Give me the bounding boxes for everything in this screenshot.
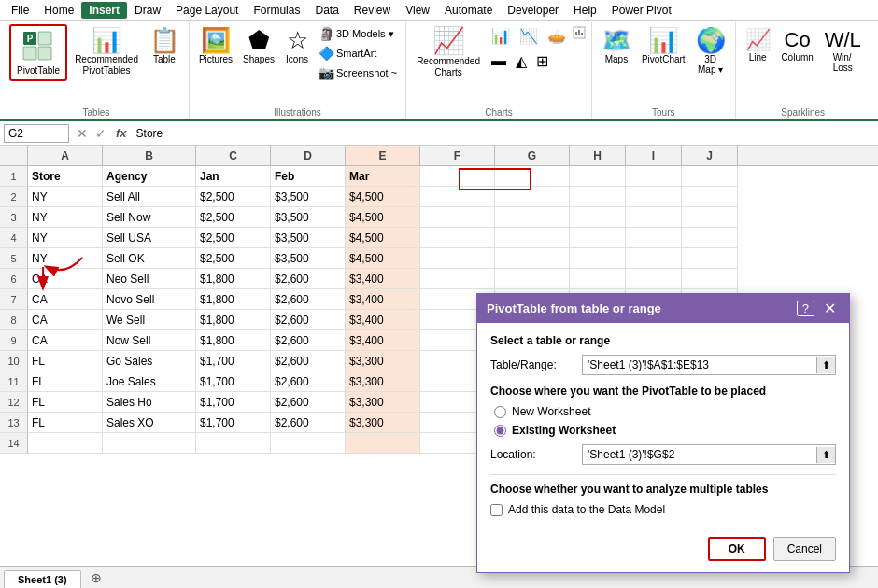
cell-b13[interactable]: Sales XO — [103, 413, 196, 433]
cell-j2[interactable] — [682, 187, 738, 207]
cell-a7[interactable]: CA — [28, 289, 103, 310]
dialog-close-button[interactable]: ✕ — [820, 300, 840, 317]
cell-a9[interactable]: CA — [28, 330, 103, 351]
cell-h3[interactable] — [570, 207, 626, 228]
pivot-table-button[interactable]: P PivotTable — [9, 24, 67, 81]
smartart-button[interactable]: 🔷 SmartArt — [316, 44, 400, 63]
menu-review[interactable]: Review — [347, 2, 398, 19]
cell-b1[interactable]: Agency — [103, 166, 196, 187]
cell-a4[interactable]: NY — [28, 228, 103, 248]
cell-e10[interactable]: $3,300 — [346, 351, 420, 371]
menu-view[interactable]: View — [398, 2, 437, 19]
pie-chart-button[interactable]: 🥧 — [544, 24, 570, 48]
cell-h5[interactable] — [570, 248, 626, 269]
col-header-e[interactable]: E — [346, 146, 420, 165]
cell-j3[interactable] — [682, 207, 738, 228]
cell-d12[interactable]: $2,600 — [271, 392, 346, 413]
cell-b3[interactable]: Sell Now — [103, 207, 196, 228]
cell-f6[interactable] — [420, 269, 495, 289]
cell-c8[interactable]: $1,800 — [196, 310, 271, 330]
more-charts-button[interactable]: ⊞ — [532, 49, 552, 73]
dialog-ok-button[interactable]: OK — [708, 537, 766, 561]
dialog-cancel-button[interactable]: Cancel — [773, 537, 836, 561]
add-sheet-button[interactable]: ⊕ — [83, 567, 109, 588]
menu-draw[interactable]: Draw — [127, 2, 168, 19]
formula-divider-cancel[interactable]: ✕ — [73, 126, 92, 141]
cell-c13[interactable]: $1,700 — [196, 413, 271, 433]
cell-g2[interactable] — [495, 187, 570, 207]
col-header-c[interactable]: C — [196, 146, 271, 165]
cell-c7[interactable]: $1,800 — [196, 289, 271, 310]
cell-h6[interactable] — [570, 269, 626, 289]
cell-a10[interactable]: FL — [28, 351, 103, 371]
dialog-tablerange-input[interactable] — [583, 356, 816, 374]
3d-models-button[interactable]: 🗿 3D Models ▾ — [316, 24, 400, 43]
formula-divider-confirm[interactable]: ✓ — [92, 126, 110, 141]
cell-h2[interactable] — [570, 187, 626, 207]
menu-data[interactable]: Data — [307, 2, 346, 19]
cell-j5[interactable] — [682, 248, 738, 269]
cell-b9[interactable]: Now Sell — [103, 330, 196, 351]
col-sparkline-button[interactable]: Co Column — [777, 24, 818, 66]
cell-c1[interactable]: Jan — [196, 166, 271, 187]
cell-d8[interactable]: $2,600 — [271, 310, 346, 330]
icons-button[interactable]: ☆ Icons — [281, 24, 313, 68]
dialog-tablerange-expand-button[interactable]: ⬆ — [816, 357, 835, 373]
cell-b11[interactable]: Joe Sales — [103, 371, 196, 392]
cell-c11[interactable]: $1,700 — [196, 371, 271, 392]
shapes-button[interactable]: ⬟ Shapes — [239, 24, 278, 68]
cell-e13[interactable]: $3,300 — [346, 413, 420, 433]
cell-e4[interactable]: $4,500 — [346, 228, 420, 248]
cell-j6[interactable] — [682, 269, 738, 289]
charts-expand-icon[interactable] — [573, 26, 586, 39]
3d-map-button[interactable]: 🌍 3DMap ▾ — [692, 24, 729, 78]
cell-b12[interactable]: Sales Ho — [103, 392, 196, 413]
cell-d11[interactable]: $2,600 — [271, 371, 346, 392]
cell-d3[interactable]: $3,500 — [271, 207, 346, 228]
column-chart-button[interactable]: 📊 — [488, 24, 514, 48]
col-header-j[interactable]: J — [682, 146, 738, 165]
cell-d10[interactable]: $2,600 — [271, 351, 346, 371]
cell-a1[interactable]: Store — [28, 166, 103, 187]
cell-i5[interactable] — [626, 248, 682, 269]
pivottable-dialog[interactable]: PivotTable from table or range ? ✕ Selec… — [476, 293, 850, 573]
cell-c3[interactable]: $2,500 — [196, 207, 271, 228]
cell-c9[interactable]: $1,800 — [196, 330, 271, 351]
area-chart-button[interactable]: ◭ — [512, 49, 531, 73]
maps-button[interactable]: 🗺️ Maps — [598, 24, 635, 68]
sheet-tab-1[interactable]: Sheet1 (3) — [4, 570, 81, 588]
cell-f5[interactable] — [420, 248, 495, 269]
menu-home[interactable]: Home — [36, 2, 81, 19]
cell-e2[interactable]: $4,500 — [346, 187, 420, 207]
cell-b5[interactable]: Sell OK — [103, 248, 196, 269]
cell-b2[interactable]: Sell All — [103, 187, 196, 207]
cell-d4[interactable]: $3,500 — [271, 228, 346, 248]
cell-b8[interactable]: We Sell — [103, 310, 196, 330]
cell-c5[interactable]: $2,500 — [196, 248, 271, 269]
cell-a12[interactable]: FL — [28, 392, 103, 413]
cell-f2[interactable] — [420, 187, 495, 207]
pivotchart-button[interactable]: 📊 PivotChart — [638, 24, 689, 68]
formula-input[interactable] — [133, 125, 874, 142]
cell-e7[interactable]: $3,400 — [346, 289, 420, 310]
cell-e5[interactable]: $4,500 — [346, 248, 420, 269]
dialog-add-to-model-label[interactable]: Add this data to the Data Model — [490, 503, 836, 516]
menu-formulas[interactable]: Formulas — [246, 2, 307, 19]
cell-f1[interactable] — [420, 166, 495, 187]
cell-e12[interactable]: $3,300 — [346, 392, 420, 413]
dialog-help-button[interactable]: ? — [797, 301, 814, 316]
dialog-location-input[interactable] — [583, 445, 816, 464]
cell-b10[interactable]: Go Sales — [103, 351, 196, 371]
cell-i1[interactable] — [626, 166, 682, 187]
menu-automate[interactable]: Automate — [437, 2, 500, 19]
cell-b4[interactable]: Sell USA — [103, 228, 196, 248]
cell-e11[interactable]: $3,300 — [346, 371, 420, 392]
cell-g5[interactable] — [495, 248, 570, 269]
col-header-g[interactable]: G — [495, 146, 570, 165]
cell-a5[interactable]: NY — [28, 248, 103, 269]
cell-d13[interactable]: $2,600 — [271, 413, 346, 433]
cell-a3[interactable]: NY — [28, 207, 103, 228]
name-box[interactable] — [4, 124, 69, 143]
col-header-h[interactable]: H — [570, 146, 626, 165]
table-button[interactable]: 📋 Table — [146, 24, 183, 68]
